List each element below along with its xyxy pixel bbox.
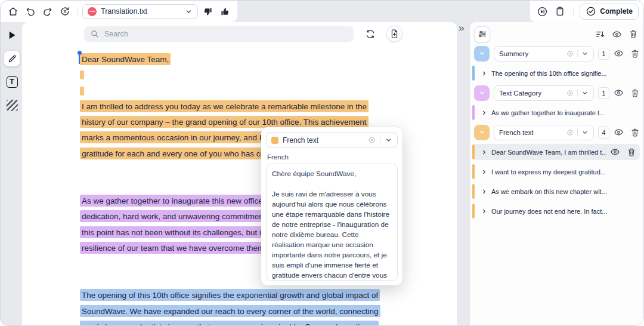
eye-icon — [610, 147, 620, 157]
divider — [577, 128, 578, 136]
newline-highlight-mark[interactable] — [80, 87, 84, 96]
thumbs-up-button[interactable] — [218, 4, 233, 19]
highlighted-region-blue[interactable]: The opening of this 10th office signifie… — [80, 289, 380, 301]
text-line — [80, 67, 454, 82]
clear-label-button[interactable] — [566, 129, 574, 136]
group-label-value: French text — [499, 129, 563, 136]
x-circle-icon — [566, 129, 574, 136]
divider — [577, 50, 578, 57]
divider — [77, 7, 78, 16]
region-item[interactable]: I want to express my deepest gratitud... — [472, 164, 640, 180]
sort-regions-button[interactable] — [595, 29, 605, 39]
chevron-right-icon — [481, 188, 488, 195]
highlighted-region-blue[interactable]: music lovers and artists in ways that we… — [80, 321, 379, 326]
search-bar[interactable] — [84, 26, 354, 42]
region-item[interactable]: Our journey does not end here. In fact..… — [472, 203, 640, 219]
highlighted-region-orange[interactable]: history of our company – the grand openi… — [80, 116, 369, 128]
chevron-right-icon — [481, 168, 488, 176]
highlighted-region-orange[interactable]: I am thrilled to address you today as we… — [80, 100, 369, 112]
delete-group-button[interactable] — [630, 88, 640, 98]
trash-icon — [628, 29, 638, 39]
file-type-icon — [88, 7, 97, 16]
highlighted-region-blue[interactable]: SoundWave. We have expanded our reach to… — [80, 305, 380, 317]
file-dropdown[interactable]: Translation.txt — [82, 4, 198, 19]
region-item[interactable]: As we embark on this new chapter wit... — [472, 183, 640, 199]
eraser-tool-button[interactable] — [4, 97, 20, 113]
highlighted-region-orange[interactable]: Dear SoundWave Team, — [80, 53, 171, 65]
region-item-text: As we gather together to inaugurate t... — [491, 109, 636, 116]
region-color-bar — [472, 66, 475, 81]
collapse-group-button[interactable] — [474, 125, 490, 140]
group-label-select[interactable]: Text Category — [494, 85, 594, 101]
trash-icon — [630, 88, 640, 98]
delete-all-regions-button[interactable] — [628, 29, 638, 39]
x-circle-icon — [566, 90, 574, 97]
clear-label-button[interactable] — [566, 90, 574, 97]
reset-button[interactable] — [57, 4, 72, 19]
export-document-button[interactable] — [386, 26, 402, 42]
toggle-group-visibility-button[interactable] — [614, 48, 624, 59]
region-count-badge: 1 — [598, 87, 609, 99]
clear-label-button[interactable] — [566, 50, 574, 57]
home-button[interactable] — [5, 4, 20, 19]
label-dropdown[interactable]: French text — [266, 132, 398, 148]
delete-region-button[interactable] — [627, 147, 636, 157]
app-window: Translation.txt Complete T — [0, 0, 644, 326]
complete-button-label: Complete — [600, 7, 633, 16]
undo-button[interactable] — [23, 4, 38, 19]
region-count-badge: 1 — [598, 48, 609, 60]
divider — [577, 89, 578, 97]
label-color-swatch — [271, 137, 278, 144]
group-label-select[interactable]: Summery — [494, 46, 594, 61]
complete-button[interactable]: Complete — [580, 4, 639, 20]
region-item[interactable]: The opening of this 10th office signifie… — [472, 65, 640, 81]
region-color-bar — [472, 144, 475, 159]
panel-settings-button[interactable] — [474, 26, 490, 42]
pointer-tool-button[interactable] — [4, 27, 20, 44]
text-line: Dear SoundWave Team, — [80, 51, 454, 67]
collapse-group-button[interactable] — [474, 46, 490, 61]
region-group-text-category: Text Category 1 — [474, 85, 640, 101]
refresh-icon — [365, 29, 376, 39]
delete-group-button[interactable] — [630, 128, 640, 137]
refresh-search-button[interactable] — [362, 26, 378, 42]
panel-header-actions — [595, 29, 638, 39]
thumbs-down-button[interactable] — [200, 4, 215, 19]
highlighter-pen-icon — [7, 54, 17, 64]
skip-button[interactable] — [535, 4, 549, 19]
stripes-icon — [7, 100, 18, 111]
region-item-text: Dear SoundWave Team, I am thrilled t... — [491, 149, 606, 156]
newline-highlight-mark[interactable] — [80, 70, 84, 79]
tool-sidebar: T — [2, 27, 21, 113]
text-tool-icon: T — [7, 76, 18, 88]
text-tool-button[interactable]: T — [4, 73, 20, 90]
copy-button[interactable] — [553, 4, 567, 19]
panel-header — [474, 26, 640, 42]
toggle-region-visibility-button[interactable] — [610, 147, 620, 157]
home-icon — [8, 6, 18, 17]
clear-label-button[interactable] — [368, 136, 376, 144]
thumbs-up-icon — [220, 7, 230, 17]
toggle-all-visibility-button[interactable] — [612, 29, 622, 39]
collapse-panel-button[interactable] — [457, 24, 466, 33]
toggle-group-visibility-button[interactable] — [614, 88, 624, 98]
region-editor-popup: French text French Chère équipe SoundWav… — [261, 127, 402, 285]
translation-textarea[interactable]: Chère équipe SoundWave, Je suis ravi de … — [266, 164, 398, 281]
group-label-select[interactable]: French text — [494, 125, 594, 140]
toggle-group-visibility-button[interactable] — [614, 127, 624, 137]
highlighter-tool-button[interactable] — [4, 50, 20, 67]
redo-button[interactable] — [40, 4, 55, 19]
delete-group-button[interactable] — [630, 49, 640, 59]
region-group-french-text: French text 4 — [474, 124, 640, 140]
region-item-selected[interactable]: Dear SoundWave Team, I am thrilled t... — [472, 144, 640, 160]
eye-icon — [614, 88, 624, 98]
thumbs-down-icon — [203, 7, 213, 17]
search-input[interactable] — [104, 30, 348, 38]
collapse-group-button[interactable] — [474, 85, 490, 101]
chevron-down-icon — [581, 90, 589, 97]
region-item-text: I want to express my deepest gratitud... — [491, 168, 636, 176]
reset-icon — [60, 6, 70, 17]
chevron-down-icon — [581, 50, 589, 57]
region-item[interactable]: As we gather together to inaugurate t... — [472, 104, 640, 121]
region-item-text: As we embark on this new chapter wit... — [491, 188, 636, 195]
